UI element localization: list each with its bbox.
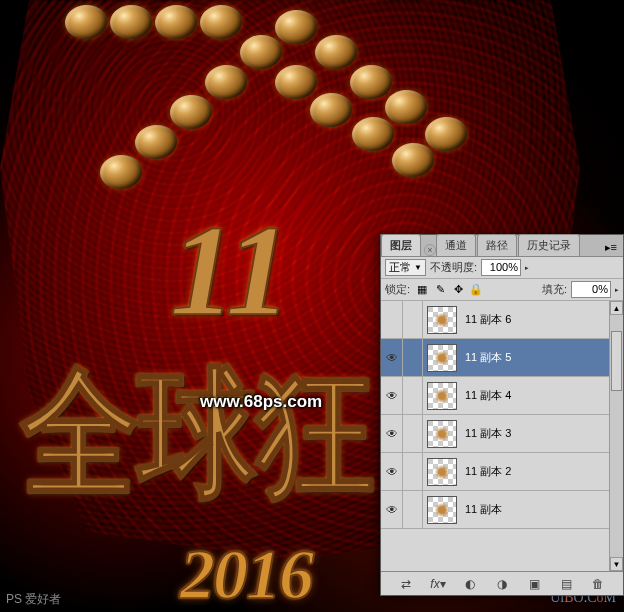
blend-mode-value: 正常	[389, 260, 411, 275]
chevron-down-icon: ▼	[414, 263, 422, 272]
link-cell[interactable]	[403, 301, 423, 338]
panel-tabs: 图层 × 通道 路径 历史记录 ▸≡	[381, 235, 623, 257]
artwork-subtitle: 全球狂	[21, 340, 373, 530]
eye-icon: 👁	[386, 389, 398, 403]
opacity-field[interactable]: 100%	[481, 259, 521, 276]
layer-thumbnail[interactable]	[427, 420, 457, 448]
arrow-dots-graphic	[40, 5, 440, 205]
lock-position-icon[interactable]: ✥	[450, 282, 466, 298]
layer-row[interactable]: 👁11 副本	[381, 491, 623, 529]
layer-row[interactable]: 👁11 副本 3	[381, 415, 623, 453]
layer-name-label[interactable]: 11 副本	[461, 502, 619, 517]
blend-opacity-row: 正常 ▼ 不透明度: 100% ▸	[381, 257, 623, 279]
link-cell[interactable]	[403, 453, 423, 490]
tab-paths[interactable]: 路径	[477, 234, 517, 256]
adjustment-icon[interactable]: ◑	[491, 575, 513, 593]
link-cell[interactable]	[403, 415, 423, 452]
tab-close-icon[interactable]: ×	[424, 244, 436, 256]
tab-layers[interactable]: 图层	[381, 234, 421, 256]
artwork-year: 2016	[180, 535, 312, 612]
visibility-toggle[interactable]: 👁	[381, 339, 403, 376]
lock-fill-row: 锁定: ▦ ✎ ✥ 🔒 填充: 0% ▸	[381, 279, 623, 301]
panel-scrollbar[interactable]: ▲ ▼	[609, 301, 623, 571]
layer-thumbnail[interactable]	[427, 458, 457, 486]
layer-row[interactable]: 👁11 副本 2	[381, 453, 623, 491]
layer-name-label[interactable]: 11 副本 3	[461, 426, 619, 441]
visibility-toggle[interactable]	[381, 301, 403, 338]
visibility-toggle[interactable]: 👁	[381, 415, 403, 452]
link-cell[interactable]	[403, 491, 423, 528]
tab-history[interactable]: 历史记录	[518, 234, 580, 256]
layer-thumbnail[interactable]	[427, 382, 457, 410]
layer-thumbnail[interactable]	[427, 496, 457, 524]
layer-thumbnail[interactable]	[427, 344, 457, 372]
layers-list: 11 副本 6👁11 副本 5👁11 副本 4👁11 副本 3👁11 副本 2👁…	[381, 301, 623, 569]
blend-mode-select[interactable]: 正常 ▼	[385, 259, 426, 276]
layer-name-label[interactable]: 11 副本 5	[461, 350, 619, 365]
layer-name-label[interactable]: 11 副本 2	[461, 464, 619, 479]
watermark-url: www.68ps.com	[200, 392, 322, 412]
eye-icon: 👁	[386, 503, 398, 517]
layer-name-label[interactable]: 11 副本 4	[461, 388, 619, 403]
link-icon[interactable]: ⇄	[395, 575, 417, 593]
panel-footer: ⇄ fx▾ ◐ ◑ ▣ ▤ 🗑	[381, 571, 623, 595]
layer-thumbnail[interactable]	[427, 306, 457, 334]
visibility-toggle[interactable]: 👁	[381, 377, 403, 414]
panel-menu-icon[interactable]: ▸≡	[599, 239, 623, 256]
scroll-down-icon[interactable]: ▼	[610, 557, 623, 571]
lock-icons-group: ▦ ✎ ✥ 🔒	[414, 282, 484, 298]
opacity-arrow-icon[interactable]: ▸	[525, 264, 529, 272]
fill-label: 填充:	[542, 282, 567, 297]
eye-icon: 👁	[386, 465, 398, 479]
tab-channels[interactable]: 通道	[436, 234, 476, 256]
layer-row[interactable]: 11 副本 6	[381, 301, 623, 339]
lock-all-icon[interactable]: 🔒	[468, 282, 484, 298]
eye-icon: 👁	[386, 351, 398, 365]
layer-name-label[interactable]: 11 副本 6	[461, 312, 619, 327]
fx-icon[interactable]: fx▾	[427, 575, 449, 593]
fill-field[interactable]: 0%	[571, 281, 611, 298]
new-layer-icon[interactable]: ▤	[555, 575, 577, 593]
link-cell[interactable]	[403, 377, 423, 414]
mask-icon[interactable]: ◐	[459, 575, 481, 593]
layer-row[interactable]: 👁11 副本 5	[381, 339, 623, 377]
link-cell[interactable]	[403, 339, 423, 376]
opacity-label: 不透明度:	[430, 260, 477, 275]
scroll-up-icon[interactable]: ▲	[610, 301, 623, 315]
artwork-number: 11	[170, 195, 289, 345]
trash-icon[interactable]: 🗑	[587, 575, 609, 593]
group-icon[interactable]: ▣	[523, 575, 545, 593]
layer-row[interactable]: 👁11 副本 4	[381, 377, 623, 415]
lock-transparency-icon[interactable]: ▦	[414, 282, 430, 298]
scroll-thumb[interactable]	[611, 331, 622, 391]
eye-icon: 👁	[386, 427, 398, 441]
fill-arrow-icon[interactable]: ▸	[615, 286, 619, 294]
lock-label: 锁定:	[385, 282, 410, 297]
lock-pixels-icon[interactable]: ✎	[432, 282, 448, 298]
layers-panel: 图层 × 通道 路径 历史记录 ▸≡ 正常 ▼ 不透明度: 100% ▸ 锁定:…	[380, 234, 624, 596]
visibility-toggle[interactable]: 👁	[381, 491, 403, 528]
visibility-toggle[interactable]: 👁	[381, 453, 403, 490]
watermark-bottom-left: PS 爱好者	[6, 591, 61, 608]
